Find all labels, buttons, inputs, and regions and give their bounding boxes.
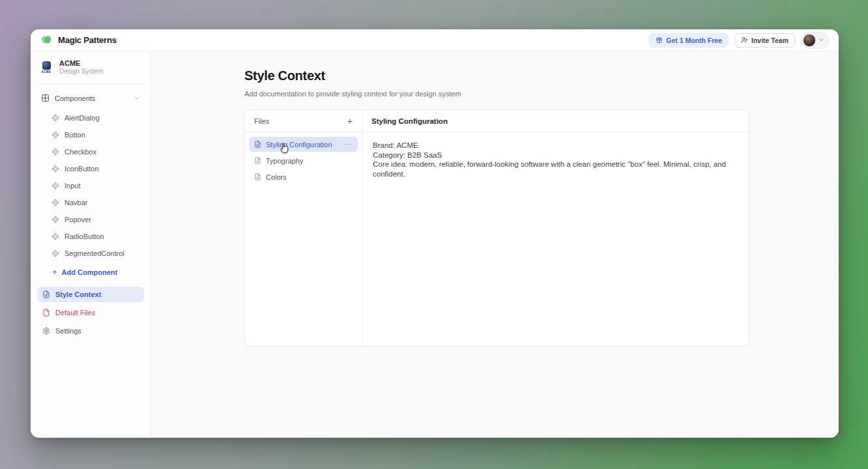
sidebar-item-settings[interactable]: Settings [37, 323, 144, 339]
add-component-button[interactable]: + Add Component [37, 263, 144, 281]
content-header: Styling Configuration [362, 110, 749, 132]
component-icon [51, 148, 59, 156]
file-text-icon [254, 173, 261, 180]
component-icon [51, 131, 59, 139]
workspace-name: ACME [59, 59, 103, 68]
file-text-icon [42, 291, 50, 298]
files-header-label: Files [254, 117, 269, 125]
components-section-label: Components [55, 94, 95, 102]
component-label: Popover [65, 216, 91, 223]
components-grid-icon [41, 94, 50, 102]
content-line: Category: B2B SaaS [373, 150, 738, 160]
component-list: AlertDialog Button Checkbox IconButton I… [37, 109, 144, 262]
account-menu[interactable] [801, 32, 830, 49]
file-text-icon [254, 157, 261, 164]
component-label: AlertDialog [65, 114, 100, 122]
add-component-label: Add Component [62, 268, 118, 276]
main-content: Style Context Add documentation to provi… [151, 51, 839, 438]
content-header-label: Styling Configuration [371, 117, 448, 125]
component-label: IconButton [65, 165, 99, 173]
sidebar-item-input[interactable]: Input [37, 177, 144, 194]
sidebar-divider [37, 83, 144, 84]
top-bar-actions: Get 1 Month Free Invite Team [649, 32, 830, 49]
sidebar-item-alertdialog[interactable]: AlertDialog [37, 109, 144, 126]
page-subtitle: Add documentation to provide styling con… [244, 90, 839, 98]
panel-body: Styling Configuration ⋯ Typography [245, 132, 749, 346]
chevron-down-icon [818, 37, 824, 43]
sidebar-item-checkbox[interactable]: Checkbox [37, 143, 144, 160]
invite-team-label: Invite Team [751, 36, 788, 44]
acme-logo: ACME [38, 61, 54, 74]
files-column-header: Files + [245, 110, 362, 132]
gear-icon [42, 327, 50, 335]
sidebar-item-radiobutton[interactable]: RadioButton [37, 228, 144, 245]
workspace-subtitle: Design System [59, 68, 103, 76]
style-context-panel: Files + Styling Configuration Styling Co [244, 109, 749, 347]
components-section-toggle[interactable]: Components [37, 91, 144, 106]
sidebar-item-button[interactable]: Button [37, 126, 144, 143]
nav-label: Settings [55, 327, 81, 335]
brand-logo: Magic Patterns [40, 35, 117, 46]
gift-icon [656, 36, 663, 44]
component-icon [51, 165, 59, 173]
add-file-button[interactable]: + [347, 117, 353, 126]
page-title: Style Context [244, 68, 839, 83]
app-window: Magic Patterns Get 1 Month Free [31, 29, 839, 438]
component-label: Button [65, 131, 85, 139]
component-icon [51, 216, 59, 223]
magic-patterns-logo-icon [40, 35, 53, 46]
component-icon [51, 114, 59, 122]
file-icon [42, 309, 50, 317]
component-icon [51, 233, 59, 240]
sidebar-item-segmentedcontrol[interactable]: SegmentedControl [37, 245, 144, 262]
file-row-typography[interactable]: Typography [249, 153, 358, 168]
panel-header: Files + Styling Configuration [245, 110, 749, 132]
file-label: Styling Configuration [266, 141, 332, 149]
component-label: SegmentedControl [65, 249, 124, 257]
file-text-icon [254, 141, 261, 148]
top-bar: Magic Patterns Get 1 Month Free [31, 29, 839, 51]
component-label: Navbar [65, 199, 87, 206]
invite-team-button[interactable]: Invite Team [734, 33, 795, 48]
plus-icon: + [52, 269, 57, 276]
chevron-down-icon [134, 95, 140, 102]
sidebar-item-default-files[interactable]: Default Files [37, 305, 144, 320]
desktop-background: { "topbar": { "brand": "Magic Patterns",… [0, 0, 868, 469]
get-month-free-button[interactable]: Get 1 Month Free [649, 33, 729, 48]
sidebar-item-style-context[interactable]: Style Context [37, 287, 144, 302]
acme-logo-mark [42, 61, 51, 70]
component-icon [51, 199, 59, 206]
file-row-styling-configuration[interactable]: Styling Configuration ⋯ [249, 137, 358, 152]
nav-label: Default Files [55, 309, 95, 317]
sidebar: ACME ACME Design System Components [31, 51, 151, 438]
user-plus-icon [741, 36, 748, 44]
brand-name: Magic Patterns [58, 35, 117, 45]
component-icon [51, 249, 59, 257]
sidebar-item-navbar[interactable]: Navbar [37, 194, 144, 211]
workspace-switcher[interactable]: ACME ACME Design System [37, 59, 144, 76]
file-label: Colors [266, 173, 287, 181]
get-month-free-label: Get 1 Month Free [666, 36, 722, 44]
avatar [803, 34, 816, 47]
sidebar-item-iconbutton[interactable]: IconButton [37, 160, 144, 177]
file-row-colors[interactable]: Colors [249, 169, 358, 184]
nav-label: Style Context [55, 291, 101, 298]
content-line: Brand: ACME [373, 141, 738, 150]
component-label: RadioButton [65, 233, 104, 240]
component-icon [51, 182, 59, 190]
file-options-menu[interactable]: ⋯ [345, 140, 353, 149]
files-list: Styling Configuration ⋯ Typography [245, 132, 362, 346]
sidebar-item-popover[interactable]: Popover [37, 211, 144, 228]
content-line: Core idea: modern, reliable, forward-loo… [373, 160, 738, 178]
component-label: Checkbox [65, 148, 96, 156]
component-label: Input [65, 182, 80, 190]
file-label: Typography [266, 157, 303, 165]
sidebar-nav: Style Context Default Files Settings [37, 287, 144, 339]
file-content: Brand: ACME Category: B2B SaaS Core idea… [362, 132, 749, 346]
acme-logo-text: ACME [42, 70, 51, 74]
